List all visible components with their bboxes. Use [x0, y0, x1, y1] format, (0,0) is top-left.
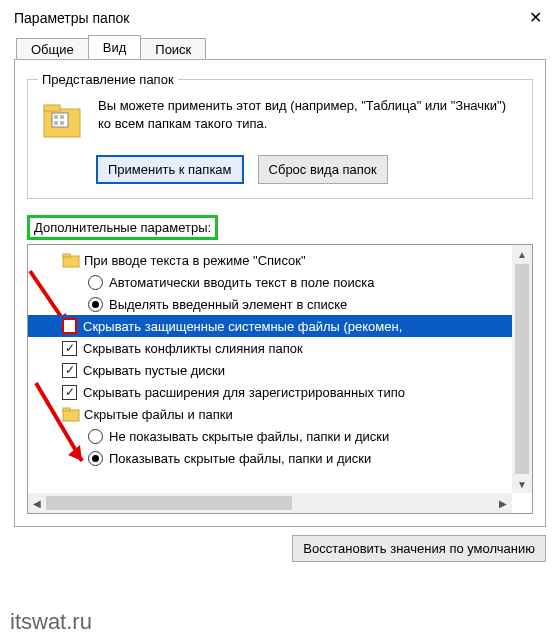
tree-group-list-input: При вводе текста в режиме "Список": [28, 249, 512, 271]
svg-rect-9: [63, 410, 79, 421]
radio-auto-search[interactable]: Автоматически вводить текст в поле поиск…: [28, 271, 512, 293]
tree-item-label: Не показывать скрытые файлы, папки и дис…: [109, 429, 389, 444]
radio-icon: [88, 429, 103, 444]
checkbox-icon: ✓: [62, 385, 77, 400]
advanced-settings-label: Дополнительные параметры:: [27, 215, 218, 240]
checkbox-hide-protected[interactable]: Скрывать защищенные системные файлы (рек…: [28, 315, 512, 337]
checkbox-icon: ✓: [62, 341, 77, 356]
checkbox-icon: ✓: [62, 363, 77, 378]
apply-to-folders-button[interactable]: Применить к папкам: [96, 155, 244, 184]
svg-rect-4: [60, 115, 64, 119]
svg-rect-5: [54, 121, 58, 125]
svg-rect-7: [63, 256, 79, 267]
tab-search[interactable]: Поиск: [140, 38, 206, 60]
scroll-right-icon[interactable]: ▶: [494, 494, 512, 512]
reset-folder-view-button[interactable]: Сброс вида папок: [258, 155, 388, 184]
window-title: Параметры папок: [14, 10, 129, 26]
tree-item-label: Скрывать защищенные системные файлы (рек…: [83, 319, 402, 334]
folder-options-icon: [38, 99, 86, 143]
folder-presentation-group: Представление папок Вы можете применить …: [27, 72, 533, 199]
folder-icon: [62, 252, 80, 268]
scroll-thumb[interactable]: [46, 496, 292, 510]
radio-show-hidden[interactable]: Показывать скрытые файлы, папки и диски: [28, 447, 512, 469]
svg-rect-6: [60, 121, 64, 125]
scroll-left-icon[interactable]: ◀: [28, 494, 46, 512]
tree-group-hidden: Скрытые файлы и папки: [28, 403, 512, 425]
svg-rect-8: [63, 254, 70, 257]
checkbox-icon: [62, 318, 77, 334]
folder-icon: [62, 406, 80, 422]
horizontal-scrollbar[interactable]: ◀ ▶: [28, 493, 512, 513]
radio-dont-show-hidden[interactable]: Не показывать скрытые файлы, папки и дис…: [28, 425, 512, 447]
radio-icon: [88, 451, 103, 466]
advanced-settings-list: При вводе текста в режиме "Список" Автом…: [27, 244, 533, 514]
scroll-up-icon[interactable]: ▲: [513, 245, 531, 263]
restore-defaults-button[interactable]: Восстановить значения по умолчанию: [292, 535, 546, 562]
tab-general[interactable]: Общие: [16, 38, 89, 60]
svg-rect-3: [54, 115, 58, 119]
watermark: itswat.ru: [10, 609, 92, 635]
radio-icon: [88, 297, 103, 312]
svg-rect-1: [44, 105, 60, 111]
tree-item-label: При вводе текста в режиме "Список": [84, 253, 306, 268]
tree-item-label: Скрывать пустые диски: [83, 363, 225, 378]
radio-icon: [88, 275, 103, 290]
tree-item-label: Скрывать конфликты слияния папок: [83, 341, 303, 356]
radio-select-typed[interactable]: Выделять введенный элемент в списке: [28, 293, 512, 315]
tab-view[interactable]: Вид: [88, 35, 142, 59]
checkbox-hide-merge[interactable]: ✓ Скрывать конфликты слияния папок: [28, 337, 512, 359]
scroll-down-icon[interactable]: ▼: [513, 475, 531, 493]
tree-item-label: Выделять введенный элемент в списке: [109, 297, 347, 312]
tree-item-label: Автоматически вводить текст в поле поиск…: [109, 275, 374, 290]
checkbox-hide-extensions[interactable]: ✓ Скрывать расширения для зарегистрирова…: [28, 381, 512, 403]
tree-item-label: Скрывать расширения для зарегистрированн…: [83, 385, 405, 400]
scroll-thumb[interactable]: [515, 264, 529, 474]
vertical-scrollbar[interactable]: ▲ ▼: [512, 245, 532, 493]
svg-rect-10: [63, 408, 70, 411]
checkbox-hide-empty[interactable]: ✓ Скрывать пустые диски: [28, 359, 512, 381]
tab-panel-view: Представление папок Вы можете применить …: [14, 59, 546, 527]
folder-presentation-legend: Представление папок: [38, 72, 178, 87]
close-icon[interactable]: ✕: [523, 8, 548, 27]
tree-item-label: Показывать скрытые файлы, папки и диски: [109, 451, 371, 466]
folder-presentation-text: Вы можете применить этот вид (например, …: [98, 97, 522, 132]
tree-item-label: Скрытые файлы и папки: [84, 407, 233, 422]
